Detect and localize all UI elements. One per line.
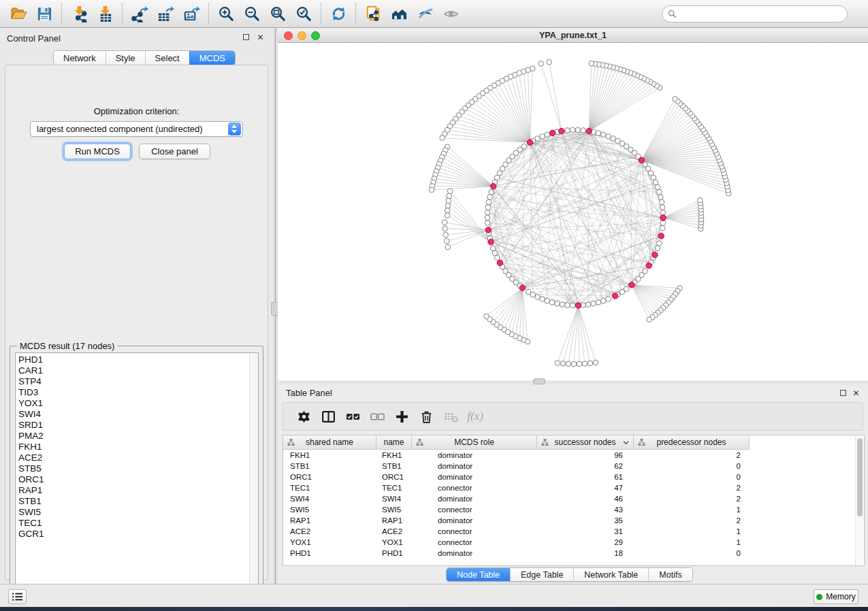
deselect-all-button[interactable] — [365, 406, 389, 427]
column-header-predecessor-nodes[interactable]: predecessor nodes — [634, 435, 750, 450]
table-row-rap1[interactable]: RAP1RAP1dominator352 — [283, 515, 864, 526]
graph-node[interactable] — [657, 241, 662, 246]
graph-node[interactable] — [660, 226, 665, 231]
mcds-result-item[interactable]: SWI4 — [18, 409, 249, 420]
graph-hub-node[interactable] — [497, 260, 502, 265]
scrollbar-thumb[interactable] — [857, 438, 863, 516]
table-row-yox1[interactable]: YOX1YOX1connector291 — [283, 537, 864, 548]
graph-node[interactable] — [660, 205, 665, 210]
graph-node[interactable] — [540, 134, 545, 139]
graph-node[interactable] — [560, 361, 566, 366]
network-canvas[interactable] — [278, 43, 868, 380]
tab-motifs[interactable]: Motifs — [648, 568, 692, 581]
graph-node[interactable] — [549, 300, 555, 306]
table-row-phd1[interactable]: PHD1PHD1dominator180 — [283, 548, 864, 559]
graph-node[interactable] — [565, 303, 570, 308]
zoom-out-button[interactable] — [239, 3, 265, 24]
mcds-result-item[interactable]: SRD1 — [18, 420, 249, 431]
graph-node[interactable] — [611, 136, 616, 142]
graph-node[interactable] — [486, 199, 492, 205]
graph-node[interactable] — [655, 246, 660, 251]
graph-node[interactable] — [591, 301, 596, 306]
mcds-result-item[interactable]: STB1 — [18, 496, 249, 507]
optimization-criterion-select[interactable]: largest connected component (undirected) — [30, 121, 243, 137]
tab-select[interactable]: Select — [145, 51, 189, 65]
graph-hub-node[interactable] — [639, 157, 644, 163]
graph-node[interactable] — [566, 361, 571, 367]
graph-node[interactable] — [489, 190, 494, 195]
tab-network-table[interactable]: Network Table — [573, 568, 648, 581]
graph-node[interactable] — [570, 127, 575, 133]
graph-node[interactable] — [440, 135, 445, 141]
graph-node[interactable] — [657, 190, 662, 195]
network-from-selection-button[interactable] — [360, 3, 386, 24]
graph-hub-node[interactable] — [586, 128, 592, 133]
table-row-fkh1[interactable]: FKH1FKH1dominator962 — [283, 450, 864, 461]
table-row-orc1[interactable]: ORC1ORC1dominator610 — [283, 472, 864, 482]
run-mcds-button[interactable]: Run MCDS — [64, 144, 131, 159]
graph-node[interactable] — [673, 97, 678, 102]
graph-node[interactable] — [490, 246, 496, 251]
hide-selected-button[interactable] — [412, 3, 438, 24]
graph-node[interactable] — [445, 203, 451, 209]
graph-node[interactable] — [539, 61, 544, 67]
search-box[interactable] — [662, 5, 848, 22]
graph-node[interactable] — [660, 220, 666, 226]
mcds-result-item[interactable]: TEC1 — [18, 518, 249, 529]
graph-hub-node[interactable] — [652, 252, 658, 257]
mcds-result-item[interactable]: ACE2 — [18, 452, 249, 463]
graph-node[interactable] — [585, 302, 591, 308]
graph-hub-node[interactable] — [527, 139, 532, 145]
graph-node[interactable] — [601, 132, 607, 137]
graph-hub-node[interactable] — [549, 130, 555, 135]
open-session-button[interactable] — [5, 3, 31, 24]
network-graph[interactable] — [278, 43, 868, 380]
export-image-button[interactable] — [178, 3, 204, 24]
close-panel-icon[interactable]: ✕ — [852, 389, 861, 398]
graph-node[interactable] — [655, 184, 660, 190]
graph-node[interactable] — [487, 195, 493, 200]
graph-hub-node[interactable] — [575, 303, 581, 308]
graph-node[interactable] — [446, 198, 451, 203]
column-header-shared-name[interactable]: shared name — [283, 435, 376, 450]
graph-hub-node[interactable] — [660, 215, 666, 220]
table-row-tec1[interactable]: TEC1TEC1connector472 — [283, 482, 864, 493]
mcds-result-item[interactable]: STB5 — [18, 463, 249, 474]
tab-mcds[interactable]: MCDS — [189, 51, 235, 65]
mcds-result-item[interactable]: STP4 — [18, 376, 249, 387]
mcds-result-item[interactable]: TID3 — [18, 387, 249, 398]
graph-node[interactable] — [570, 303, 575, 308]
column-header-successor-nodes[interactable]: successor nodes — [537, 435, 634, 450]
graph-node[interactable] — [485, 210, 490, 216]
graph-node[interactable] — [565, 128, 570, 133]
mcds-result-item[interactable]: YOX1 — [18, 398, 249, 409]
graph-node[interactable] — [643, 269, 648, 274]
command-log-button[interactable] — [8, 589, 27, 604]
graph-node[interactable] — [429, 187, 434, 193]
close-panel-button[interactable]: Close panel — [139, 144, 210, 159]
graph-node[interactable] — [596, 131, 601, 136]
tab-style[interactable]: Style — [106, 51, 145, 65]
import-table-button[interactable] — [92, 3, 118, 24]
zoom-fit-button[interactable] — [265, 3, 291, 24]
graph-hub-node[interactable] — [612, 293, 617, 299]
graph-hub-node[interactable] — [629, 282, 634, 288]
tab-edge-table[interactable]: Edge Table — [510, 568, 573, 581]
graph-node[interactable] — [577, 361, 582, 367]
save-session-button[interactable] — [31, 3, 57, 24]
graph-node[interactable] — [444, 238, 449, 244]
graph-node[interactable] — [540, 297, 545, 302]
memory-button[interactable]: Memory — [814, 589, 858, 604]
graph-hub-node[interactable] — [646, 263, 652, 268]
mcds-result-item[interactable]: FKH1 — [18, 442, 249, 452]
table-scrollbar[interactable] — [855, 436, 863, 566]
column-header-name[interactable]: name — [376, 435, 412, 450]
graph-node[interactable] — [593, 360, 598, 365]
splitter-grip[interactable] — [533, 378, 545, 384]
graph-hub-node[interactable] — [485, 227, 491, 233]
graph-node[interactable] — [660, 210, 666, 216]
graph-node[interactable] — [545, 132, 550, 137]
graph-node[interactable] — [697, 198, 703, 203]
add-column-button[interactable] — [389, 406, 414, 427]
graph-node[interactable] — [485, 215, 490, 220]
